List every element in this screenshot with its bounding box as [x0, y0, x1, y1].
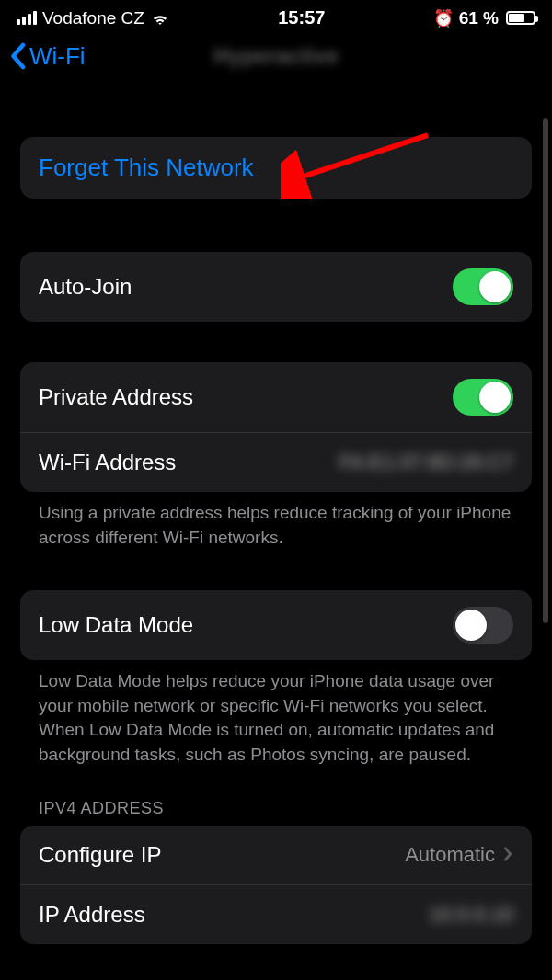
status-bar: Vodafone CZ 15:57 ⏰ 61 % — [0, 0, 552, 32]
auto-join-row: Auto-Join — [20, 252, 532, 322]
wifi-address-value: FA:E1:07:8D:26:C7 — [339, 450, 513, 474]
chevron-left-icon — [9, 42, 26, 70]
private-address-toggle[interactable] — [453, 379, 513, 416]
private-address-row: Private Address — [20, 362, 532, 432]
wifi-address-label: Wi-Fi Address — [39, 450, 176, 475]
auto-join-section: Auto-Join — [20, 252, 532, 322]
alarm-icon: ⏰ — [433, 8, 454, 28]
cellular-signal-icon — [17, 11, 37, 25]
carrier-label: Vodafone CZ — [42, 8, 144, 28]
navigation-bar: Wi-Fi Hyperactive — [0, 32, 552, 84]
low-data-toggle[interactable] — [453, 607, 513, 644]
back-button[interactable]: Wi-Fi — [9, 42, 86, 71]
auto-join-label: Auto-Join — [39, 274, 132, 300]
low-data-section: Low Data Mode — [20, 590, 532, 660]
scrollbar[interactable] — [543, 118, 548, 623]
chevron-right-icon — [502, 842, 513, 868]
forget-network-section: Forget This Network — [20, 137, 532, 199]
battery-icon — [506, 11, 535, 25]
back-label: Wi-Fi — [29, 42, 86, 71]
forget-network-button[interactable]: Forget This Network — [20, 137, 532, 199]
private-address-footer: Using a private address helps reduce tra… — [20, 492, 532, 550]
ip-address-value: 10.0.0.10 — [429, 903, 513, 927]
ip-address-row: IP Address 10.0.0.10 — [20, 884, 532, 944]
battery-percent: 61 % — [459, 8, 499, 28]
configure-ip-label: Configure IP — [39, 842, 161, 868]
auto-join-toggle[interactable] — [453, 268, 513, 305]
configure-ip-row[interactable]: Configure IP Automatic — [20, 826, 532, 884]
low-data-label: Low Data Mode — [39, 612, 193, 638]
wifi-address-row: Wi-Fi Address FA:E1:07:8D:26:C7 — [20, 432, 532, 492]
low-data-footer: Low Data Mode helps reduce your iPhone d… — [20, 660, 532, 767]
private-address-section: Private Address Wi-Fi Address FA:E1:07:8… — [20, 362, 532, 492]
wifi-icon — [150, 11, 170, 26]
forget-network-label: Forget This Network — [39, 154, 254, 182]
ipv4-section: Configure IP Automatic IP Address 10.0.0… — [20, 826, 532, 944]
ipv4-header: IPV4 ADDRESS — [20, 768, 532, 826]
status-time: 15:57 — [278, 7, 325, 28]
private-address-label: Private Address — [39, 384, 193, 410]
page-title: Hyperactive — [213, 43, 339, 69]
low-data-row: Low Data Mode — [20, 590, 532, 660]
ip-address-label: IP Address — [39, 902, 145, 928]
configure-ip-value: Automatic — [405, 843, 495, 867]
